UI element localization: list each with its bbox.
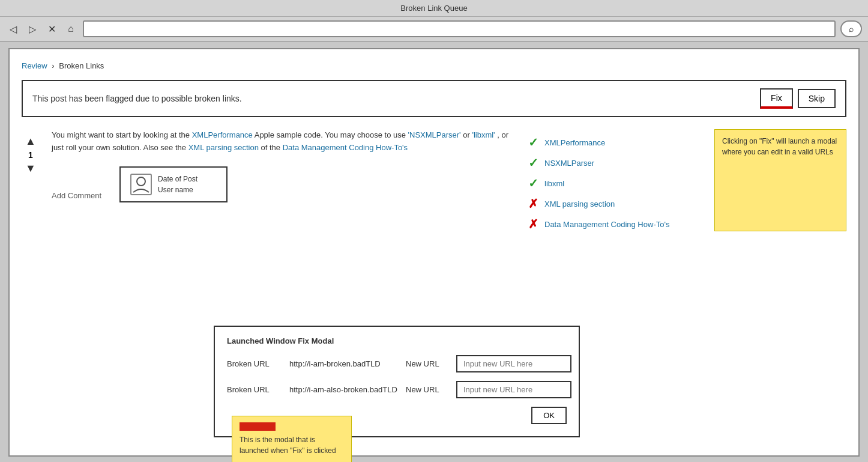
check-icon: ✓	[528, 156, 538, 170]
fix-button[interactable]: Fix	[760, 88, 793, 109]
cross-icon: ✗	[528, 217, 538, 231]
search-icon: ⌕	[849, 24, 854, 34]
close-button[interactable]: ✕	[44, 22, 59, 36]
date-of-post-label: Date of Post	[158, 174, 197, 184]
link-status-item: ✓ NSXMLParser	[528, 156, 696, 170]
libxml-status-link[interactable]: libxml	[544, 179, 564, 188]
modal-ok-button[interactable]: OK	[531, 407, 567, 424]
xml-parsing-status-link[interactable]: XML parsing section	[544, 199, 615, 208]
link-status-item: ✗ Data Management Coding How-To's	[528, 217, 696, 231]
vote-column: ▲ 1 ▼	[22, 129, 40, 231]
breadcrumb-current: Broken Links	[59, 61, 104, 70]
flagged-notice: This post has been flagged due to possib…	[22, 80, 846, 117]
modal-row-1: Broken URL http://i-am-broken.badTLD New…	[227, 355, 567, 372]
add-comment-button[interactable]: Add Comment	[52, 190, 101, 202]
user-card: Date of Post User name	[119, 166, 228, 202]
check-icon: ✓	[528, 176, 538, 190]
modal-title: Launched Window Fix Modal	[227, 336, 567, 345]
notice-buttons: Fix Skip	[760, 88, 836, 109]
data-management-status-link[interactable]: Data Management Coding How-To's	[544, 220, 669, 229]
page-title: Broken Link Queue	[400, 4, 467, 13]
title-bar: Broken Link Queue	[0, 0, 868, 17]
new-url-input-1[interactable]	[456, 355, 571, 372]
broken-url-value-2: http://i-am-also-broken.badTLD	[289, 385, 397, 394]
flagged-message: This post has been flagged due to possib…	[32, 94, 242, 103]
home-button[interactable]: ⌂	[64, 22, 78, 36]
broken-url-value-1: http://i-am-broken.badTLD	[289, 359, 397, 368]
broken-url-label-2: Broken URL	[227, 385, 281, 394]
post-footer: Add Comment Date of Post User name	[52, 166, 516, 202]
cross-icon: ✗	[528, 196, 538, 211]
xmlperformance-status-link[interactable]: XMLPerformance	[544, 138, 605, 147]
broken-url-label-1: Broken URL	[227, 359, 281, 368]
user-info: Date of Post User name	[158, 174, 197, 195]
xml-parsing-section-link[interactable]: XML parsing section	[188, 143, 259, 152]
libxml-link[interactable]: 'libxml'	[472, 130, 495, 139]
new-url-label-2: New URL	[406, 385, 448, 394]
fix-tooltip: Clicking on "Fix" will launch a modal wh…	[714, 129, 846, 231]
new-url-input-2[interactable]	[456, 381, 571, 398]
modal-note: This is the modal that is launched when …	[232, 416, 352, 462]
svg-point-0	[137, 177, 145, 186]
breadcrumb-review-link[interactable]: Review	[22, 61, 47, 70]
nsxmlparser-status-link[interactable]: NSXMLParser	[544, 159, 594, 168]
link-status-item: ✗ XML parsing section	[528, 196, 696, 211]
link-status-item: ✓ XMLPerformance	[528, 135, 696, 150]
back-button[interactable]: ◁	[6, 22, 20, 36]
highlight-bar	[240, 422, 276, 431]
skip-button[interactable]: Skip	[798, 89, 836, 108]
vote-up-button[interactable]: ▲	[25, 135, 36, 148]
breadcrumb-separator: ›	[52, 61, 54, 70]
link-status-item: ✓ libxml	[528, 176, 696, 190]
forward-button[interactable]: ▷	[25, 22, 40, 36]
avatar	[130, 174, 152, 195]
post-body: You might want to start by looking at th…	[52, 129, 516, 231]
search-button[interactable]: ⌕	[840, 20, 862, 37]
vote-count: 1	[28, 150, 33, 160]
fix-tooltip-text: Clicking on "Fix" will launch a modal wh…	[722, 137, 837, 156]
user-name-label: User name	[158, 184, 197, 195]
nsxmlparser-link[interactable]: 'NSXMLParser'	[408, 130, 461, 139]
breadcrumb: Review › Broken Links	[22, 61, 846, 70]
address-bar[interactable]	[83, 20, 836, 37]
post-area: ▲ 1 ▼ You might want to start by looking…	[22, 129, 846, 231]
browser-chrome: ◁ ▷ ✕ ⌂ ⌕	[0, 17, 868, 42]
check-icon: ✓	[528, 135, 538, 150]
modal-note-text: This is the modal that is launched when …	[240, 436, 336, 455]
data-management-link[interactable]: Data Management Coding How-To's	[283, 143, 408, 152]
link-status-column: ✓ XMLPerformance ✓ NSXMLParser ✓ libxml …	[528, 129, 696, 231]
vote-down-button[interactable]: ▼	[25, 162, 36, 175]
modal-row-2: Broken URL http://i-am-also-broken.badTL…	[227, 381, 567, 398]
new-url-label-1: New URL	[406, 359, 448, 368]
xmlperformance-link[interactable]: XMLPerformance	[192, 130, 253, 139]
page-content: Review › Broken Links This post has been…	[8, 48, 860, 457]
